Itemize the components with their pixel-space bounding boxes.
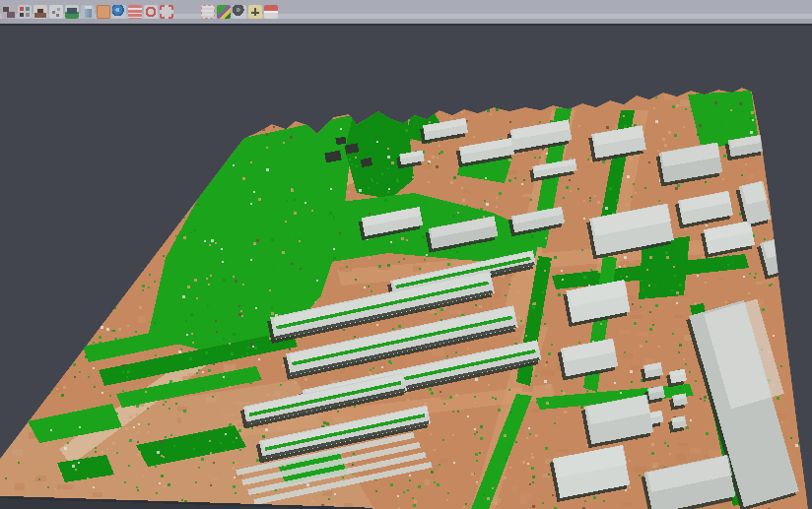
scatter-points-icon[interactable]: [18, 5, 32, 19]
column-chart-icon[interactable]: [81, 5, 95, 19]
classification-map-icon[interactable]: [217, 5, 231, 19]
selection-corners-icon[interactable]: [160, 5, 173, 19]
red-layers-icon[interactable]: [128, 5, 142, 19]
measure-tool-icon[interactable]: [248, 5, 262, 19]
main-toolbar: [0, 0, 812, 26]
marquee-icon[interactable]: [201, 5, 215, 19]
mountain-icon[interactable]: [34, 5, 47, 19]
app-window: { "toolbar": { "background": "#a9acb6", …: [0, 0, 812, 509]
globe-icon[interactable]: [112, 5, 126, 19]
sparse-points-icon[interactable]: [49, 5, 63, 19]
dark-sphere-icon[interactable]: [233, 5, 246, 19]
target-circle-icon[interactable]: [144, 5, 158, 19]
terrain-icon[interactable]: [65, 5, 79, 19]
orange-tile-icon[interactable]: [97, 5, 110, 19]
red-stripe-icon[interactable]: [264, 5, 278, 19]
viewport-3d[interactable]: [0, 0, 812, 509]
toolbar-group-separator: [174, 5, 200, 19]
blocks-icon[interactable]: [2, 5, 16, 19]
